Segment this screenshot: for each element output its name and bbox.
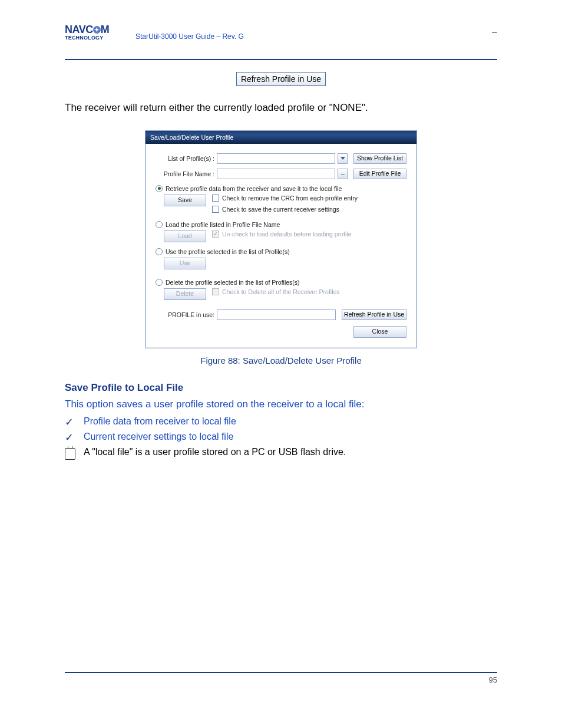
retrieve-radio[interactable] — [156, 185, 163, 192]
header-dash: – — [492, 27, 497, 37]
header-subtitle: StarUtil-3000 User Guide – Rev. G — [135, 32, 244, 41]
file-name-label: Profile File Name : — [156, 170, 214, 177]
delete-all-checkbox — [212, 288, 219, 295]
current-settings-label: Check to save the current receiver setti… — [222, 206, 339, 213]
retrieve-radio-label: Retrieve profile data from the receiver … — [166, 185, 342, 192]
list-dropdown-button[interactable] — [338, 153, 348, 164]
uncheck-defaults-label: Un-check to load defaults before loading… — [222, 230, 351, 238]
file-name-input[interactable] — [217, 169, 335, 179]
logo-star-icon: ✦ — [93, 26, 101, 34]
check-icon: ✓ — [65, 416, 75, 428]
load-radio-label: Load the profile listed in Profile File … — [166, 221, 280, 228]
use-button[interactable]: Use — [164, 258, 206, 269]
use-radio[interactable] — [156, 248, 163, 255]
bullet-1: Profile data from receiver to local file — [84, 416, 236, 427]
delete-button[interactable]: Delete — [164, 288, 206, 300]
edit-profile-file-button[interactable]: Edit Profile File — [353, 169, 406, 179]
logo-top-text: NAVC — [65, 24, 93, 35]
logo-bottom-text: TECHNOLOGY — [65, 35, 109, 41]
note-icon — [65, 448, 75, 460]
close-button[interactable]: Close — [353, 326, 406, 338]
top-rule — [65, 59, 497, 60]
chevron-down-icon — [340, 157, 345, 160]
list-profiles-input[interactable] — [217, 153, 335, 164]
save-button[interactable]: Save — [164, 195, 206, 206]
delete-all-label: Check to Delete all of the Receiver Prof… — [222, 288, 340, 295]
check-icon: ✓ — [65, 431, 75, 443]
crc-checkbox[interactable] — [212, 195, 219, 202]
save-section-text: This option saves a user profile stored … — [65, 397, 497, 412]
save-section-heading: Save Profile to Local File — [65, 382, 497, 394]
refresh-profile-button[interactable]: Refresh Profile in Use — [236, 72, 326, 86]
load-button[interactable]: Load — [164, 230, 206, 242]
list-profiles-label: List of Profile(s) : — [156, 155, 214, 162]
profile-in-use-input[interactable] — [217, 309, 336, 320]
user-profile-dialog: Save/Load/Delete User Profile List of Pr… — [145, 130, 417, 348]
figure-caption: Figure 88: Save/Load/Delete User Profile — [65, 355, 497, 365]
logo: NAVC✦M TECHNOLOGY — [65, 24, 109, 41]
delete-radio-label: Delete the profile selected in the list … — [166, 279, 300, 286]
page-number: 95 — [489, 676, 497, 684]
dialog-title: Save/Load/Delete User Profile — [146, 131, 416, 144]
show-profile-list-button[interactable]: Show Profile List — [353, 153, 406, 164]
note-text: A "local file" is a user profile stored … — [84, 447, 346, 457]
profile-in-use-label: PROFILE in use: — [156, 311, 214, 318]
bullet-2: Current receiver settings to local file — [84, 431, 233, 442]
delete-radio[interactable] — [156, 279, 163, 286]
svg-marker-0 — [340, 157, 345, 160]
crc-checkbox-label: Check to remove the CRC from each profil… — [222, 195, 358, 202]
refresh-profile-in-use-button[interactable]: Refresh Profile in Use — [342, 309, 406, 320]
intro-text: The receiver will return either the curr… — [65, 101, 497, 116]
logo-top-text2: M — [101, 24, 110, 35]
browse-file-button[interactable]: ... — [338, 169, 348, 179]
use-radio-label: Use the profile selected in the list of … — [166, 248, 290, 255]
current-settings-checkbox[interactable] — [212, 206, 219, 213]
load-radio[interactable] — [156, 221, 163, 228]
uncheck-defaults-checkbox — [212, 230, 219, 238]
